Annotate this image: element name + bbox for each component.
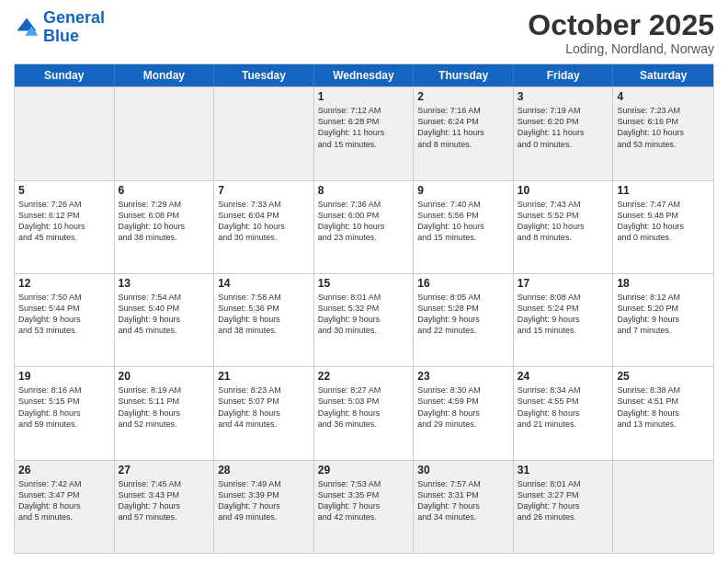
day-number: 5: [18, 184, 110, 197]
day-number: 29: [318, 464, 410, 477]
cell-info-line: and 42 minutes.: [318, 511, 410, 523]
day-number: 27: [119, 464, 210, 477]
cell-info-line: and 45 minutes.: [18, 232, 110, 243]
cell-info-line: and 8 minutes.: [518, 232, 609, 243]
cell-info-line: Sunrise: 7:49 AM: [218, 478, 310, 489]
cell-info-line: Sunrise: 7:42 AM: [18, 478, 110, 489]
cell-info-line: and 53 minutes.: [617, 139, 710, 150]
calendar-cell: 1Sunrise: 7:12 AMSunset: 6:28 PMDaylight…: [314, 87, 415, 179]
calendar-cell: 8Sunrise: 7:36 AMSunset: 6:00 PMDaylight…: [314, 181, 415, 273]
cell-info-line: Sunrise: 7:19 AM: [518, 105, 609, 116]
calendar-cell: 6Sunrise: 7:29 AMSunset: 6:08 PMDaylight…: [115, 181, 215, 273]
cell-info-line: and 8 minutes.: [417, 139, 509, 150]
cell-info-line: and 59 minutes.: [18, 419, 110, 430]
day-number: 8: [318, 184, 410, 197]
day-number: 3: [518, 90, 609, 103]
cell-info-line: and 30 minutes.: [218, 232, 310, 243]
cell-info-line: and 36 minutes.: [318, 419, 410, 430]
cell-info-line: Sunrise: 7:50 AM: [18, 292, 110, 303]
cell-info-line: Daylight: 7 hours: [518, 500, 609, 511]
calendar-week-row: 19Sunrise: 8:16 AMSunset: 5:15 PMDayligh…: [15, 366, 713, 459]
day-number: 30: [417, 464, 509, 477]
cell-info-line: Sunset: 5:52 PM: [518, 210, 609, 221]
cell-info-line: Sunset: 5:44 PM: [18, 303, 110, 314]
cell-info-line: Daylight: 10 hours: [518, 221, 609, 232]
day-number: 2: [417, 90, 509, 103]
day-of-week-header: Sunday: [15, 64, 115, 86]
day-number: 1: [318, 90, 410, 103]
day-number: 26: [18, 464, 110, 477]
cell-info-line: Sunset: 3:35 PM: [318, 489, 410, 500]
cell-info-line: and 34 minutes.: [417, 511, 509, 523]
day-number: 20: [119, 370, 210, 383]
calendar-cell: 29Sunrise: 7:53 AMSunset: 3:35 PMDayligh…: [314, 461, 415, 553]
cell-info-line: Daylight: 9 hours: [218, 314, 310, 325]
cell-info-line: and 7 minutes.: [617, 325, 710, 336]
calendar-cell: 15Sunrise: 8:01 AMSunset: 5:32 PMDayligh…: [314, 274, 415, 366]
calendar-cell: 5Sunrise: 7:26 AMSunset: 6:12 PMDaylight…: [15, 181, 115, 273]
cell-info-line: Sunset: 5:24 PM: [518, 303, 609, 314]
cell-info-line: and 30 minutes.: [318, 325, 410, 336]
cell-info-line: and 15 minutes.: [318, 139, 410, 150]
day-number: 28: [218, 464, 310, 477]
cell-info-line: Sunrise: 8:01 AM: [518, 478, 609, 489]
calendar-cell: 4Sunrise: 7:23 AMSunset: 6:16 PMDaylight…: [613, 87, 713, 179]
calendar-header: SundayMondayTuesdayWednesdayThursdayFrid…: [15, 64, 713, 86]
cell-info-line: Daylight: 10 hours: [18, 221, 110, 232]
cell-info-line: and 29 minutes.: [417, 419, 509, 430]
calendar-cell: 17Sunrise: 8:08 AMSunset: 5:24 PMDayligh…: [514, 274, 614, 366]
cell-info-line: and 26 minutes.: [518, 511, 609, 523]
cell-info-line: Sunset: 5:11 PM: [119, 396, 210, 407]
cell-info-line: and 22 minutes.: [417, 325, 509, 336]
cell-info-line: Sunset: 5:15 PM: [18, 396, 110, 407]
cell-info-line: Sunset: 3:39 PM: [218, 489, 310, 500]
calendar-cell: 30Sunrise: 7:57 AMSunset: 3:31 PMDayligh…: [414, 461, 514, 553]
cell-info-line: Sunset: 5:28 PM: [417, 303, 509, 314]
calendar-cell: 20Sunrise: 8:19 AMSunset: 5:11 PMDayligh…: [115, 367, 215, 459]
cell-info-line: Sunrise: 7:33 AM: [218, 199, 310, 210]
cell-info-line: Sunrise: 8:16 AM: [18, 385, 110, 396]
month-title: October 2025: [528, 9, 714, 41]
cell-info-line: and 0 minutes.: [617, 232, 710, 243]
cell-info-line: Sunrise: 8:30 AM: [417, 385, 509, 396]
cell-info-line: Sunrise: 7:36 AM: [318, 199, 410, 210]
day-number: 25: [617, 370, 710, 383]
day-number: 22: [318, 370, 410, 383]
cell-info-line: Sunrise: 7:57 AM: [417, 478, 509, 489]
cell-info-line: Sunset: 3:47 PM: [18, 489, 110, 500]
cell-info-line: Sunrise: 8:05 AM: [417, 292, 509, 303]
cell-info-line: Daylight: 7 hours: [218, 500, 310, 511]
calendar-body: 1Sunrise: 7:12 AMSunset: 6:28 PMDaylight…: [15, 86, 713, 553]
calendar-week-row: 1Sunrise: 7:12 AMSunset: 6:28 PMDaylight…: [15, 86, 713, 179]
cell-info-line: Sunrise: 8:19 AM: [119, 385, 210, 396]
cell-info-line: and 49 minutes.: [218, 511, 310, 523]
cell-info-line: Daylight: 10 hours: [617, 221, 710, 232]
page: General Blue October 2025 Loding, Nordla…: [0, 0, 728, 563]
day-number: 13: [119, 277, 210, 290]
cell-info-line: Daylight: 8 hours: [18, 500, 110, 511]
cell-info-line: Sunrise: 7:58 AM: [218, 292, 310, 303]
cell-info-line: Sunrise: 7:43 AM: [518, 199, 609, 210]
cell-info-line: Sunrise: 7:54 AM: [119, 292, 210, 303]
day-number: 4: [617, 90, 710, 103]
day-number: 23: [417, 370, 509, 383]
calendar-cell: [15, 87, 115, 179]
cell-info-line: Daylight: 10 hours: [417, 221, 509, 232]
cell-info-line: Sunrise: 8:27 AM: [318, 385, 410, 396]
calendar-cell: [115, 87, 215, 179]
calendar-cell: 14Sunrise: 7:58 AMSunset: 5:36 PMDayligh…: [214, 274, 314, 366]
cell-info-line: and 38 minutes.: [119, 232, 210, 243]
cell-info-line: Daylight: 7 hours: [318, 500, 410, 511]
cell-info-line: Sunset: 5:32 PM: [318, 303, 410, 314]
cell-info-line: and 21 minutes.: [518, 419, 609, 430]
calendar-cell: 12Sunrise: 7:50 AMSunset: 5:44 PMDayligh…: [15, 274, 115, 366]
day-number: 9: [417, 184, 509, 197]
cell-info-line: Sunset: 5:40 PM: [119, 303, 210, 314]
cell-info-line: Daylight: 10 hours: [318, 221, 410, 232]
logo-text: General Blue: [43, 9, 105, 46]
cell-info-line: Daylight: 9 hours: [417, 314, 509, 325]
cell-info-line: Sunrise: 8:12 AM: [617, 292, 710, 303]
day-number: 16: [417, 277, 509, 290]
day-number: 21: [218, 370, 310, 383]
cell-info-line: and 5 minutes.: [18, 511, 110, 523]
